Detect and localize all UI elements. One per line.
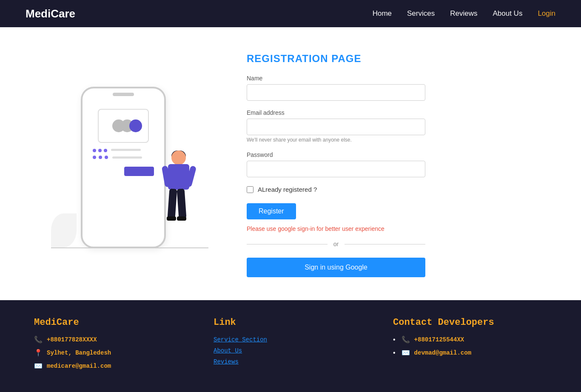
email-label: Email address — [247, 109, 425, 116]
footer-dev-email-row: • ✉️ devmad@gmail.com — [393, 349, 547, 357]
footer-contact-title: Contact Developers — [393, 317, 547, 328]
nav-reviews[interactable]: Reviews — [450, 9, 477, 17]
navbar-brand[interactable]: MediCare — [26, 7, 75, 20]
person-body — [168, 164, 189, 190]
dot-5 — [99, 156, 102, 159]
footer-dev-phone-row: • 📞 +88017125544XX — [393, 335, 547, 344]
footer-links-list: Service Section About Us Reviews — [214, 335, 367, 365]
divider: or — [247, 241, 425, 247]
email-hint: We'll never share your email with anyone… — [247, 137, 425, 143]
footer-phone-row: 📞 +880177828XXXX — [34, 335, 188, 344]
phone-icon: 📞 — [34, 335, 43, 344]
line-short-1 — [111, 149, 141, 151]
registration-form: REGISTRATION PAGE Name Email address We'… — [247, 53, 425, 277]
dot-3 — [104, 149, 107, 152]
navbar-links: Home Services Reviews About Us Login — [373, 9, 555, 18]
person-shoe-right — [177, 216, 186, 221]
google-signin-button[interactable]: Sign in using Google — [247, 258, 425, 277]
nav-home[interactable]: Home — [373, 9, 392, 17]
footer-brand-title: MediCare — [34, 317, 188, 328]
line-short-2 — [112, 156, 142, 159]
email-icon: ✉️ — [34, 362, 43, 370]
footer-dev-email: devmad@gmail.com — [414, 349, 471, 356]
google-hint: Please use google sign-in for better use… — [247, 225, 425, 232]
dot-4 — [93, 156, 96, 159]
main-content: REGISTRATION PAGE Name Email address We'… — [0, 27, 581, 300]
phone-button — [124, 167, 154, 176]
footer-link-services[interactable]: Service Section — [214, 336, 267, 343]
person-leg-right — [177, 188, 187, 219]
nav-aboutus[interactable]: About Us — [493, 9, 522, 17]
already-registered-checkbox[interactable] — [247, 186, 253, 193]
ground-line — [51, 247, 208, 248]
password-group: Password — [247, 151, 425, 177]
footer-location: Sylhet, Bangledesh — [47, 349, 111, 356]
phone-card — [98, 109, 149, 143]
leaf-decoration — [51, 213, 77, 247]
footer-links-title: Link — [214, 317, 367, 328]
form-title: REGISTRATION PAGE — [247, 53, 425, 65]
person-leg-left — [168, 188, 177, 219]
person-head — [171, 151, 186, 165]
dot-6 — [105, 156, 108, 159]
phone-mockup — [81, 87, 166, 248]
dot-1 — [93, 149, 96, 152]
dev-phone-icon: 📞 — [402, 335, 410, 344]
email-input[interactable] — [247, 119, 425, 135]
email-group: Email address We'll never share your ema… — [247, 109, 425, 143]
footer-location-row: 📍 Sylhet, Bangledesh — [34, 349, 188, 357]
footer-col-contact: Contact Developers • 📞 +88017125544XX • … — [393, 317, 547, 375]
nav-services[interactable]: Services — [407, 9, 435, 17]
password-label: Password — [247, 151, 425, 158]
footer: MediCare 📞 +880177828XXXX 📍 Sylhet, Bang… — [0, 300, 581, 392]
name-input[interactable] — [247, 84, 425, 101]
footer-dev-phone: +88017125544XX — [414, 336, 464, 343]
person-figure — [157, 151, 200, 244]
register-button[interactable]: Register — [247, 203, 296, 219]
footer-col-links: Link Service Section About Us Reviews — [214, 317, 367, 375]
illustration — [34, 53, 213, 248]
footer-email: medicare@gmail.com — [47, 363, 111, 369]
name-group: Name — [247, 75, 425, 101]
password-input[interactable] — [247, 161, 425, 177]
phone-dots-row-1 — [93, 149, 141, 152]
bullet-2: • — [393, 349, 396, 357]
navbar: MediCare Home Services Reviews About Us … — [0, 0, 581, 27]
nav-login[interactable]: Login — [538, 9, 555, 17]
bullet-1: • — [393, 336, 396, 344]
phone-dots-row-2 — [93, 156, 142, 159]
divider-line-right — [345, 244, 425, 244]
footer-email-row: ✉️ medicare@gmail.com — [34, 362, 188, 370]
divider-line-left — [247, 244, 328, 244]
already-registered-row: ALready registered ? — [247, 186, 425, 193]
person-shoe-left — [167, 216, 176, 221]
name-label: Name — [247, 75, 425, 82]
circle-blue — [129, 119, 142, 132]
location-icon: 📍 — [34, 349, 43, 357]
footer-col-medicare: MediCare 📞 +880177828XXXX 📍 Sylhet, Bang… — [34, 317, 188, 375]
divider-text: or — [333, 241, 339, 247]
footer-link-reviews[interactable]: Reviews — [214, 358, 239, 365]
footer-link-about[interactable]: About Us — [214, 347, 242, 354]
dev-email-icon: ✉️ — [402, 349, 410, 357]
phone-notch — [113, 93, 134, 96]
footer-phone: +880177828XXXX — [47, 336, 97, 343]
already-registered-label[interactable]: ALready registered ? — [258, 186, 317, 193]
phone-circles — [117, 119, 142, 132]
dot-2 — [98, 149, 102, 152]
